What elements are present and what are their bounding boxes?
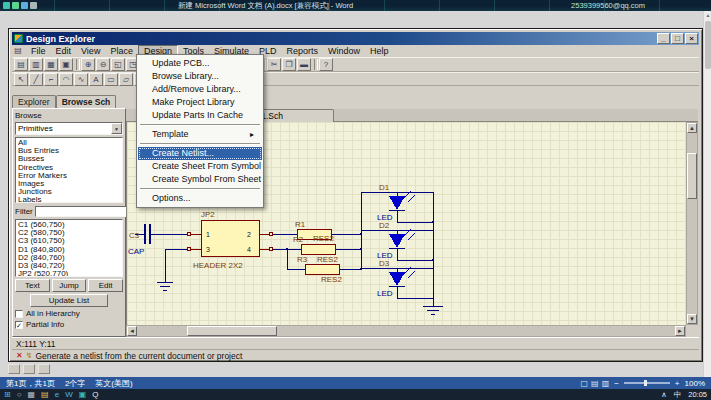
jump-button[interactable]: Jump (52, 279, 87, 292)
primitives-list-item[interactable]: Labels (18, 196, 122, 203)
component-d3[interactable]: D3 LED (377, 259, 415, 298)
menu-place[interactable]: Place (105, 45, 138, 57)
menu-window[interactable]: Window (323, 45, 365, 57)
footer-icon-3[interactable] (38, 364, 50, 374)
zoom-out-icon[interactable]: ⊖ (96, 58, 110, 71)
menu-file[interactable]: File (26, 45, 51, 57)
menu-view[interactable]: View (76, 45, 105, 57)
task-view-button[interactable]: ▦ (28, 390, 36, 400)
menu-edit[interactable]: Edit (51, 45, 77, 57)
scrollbar-thumb[interactable] (687, 153, 697, 199)
page-indicator[interactable]: 第1页，共1页 (6, 378, 55, 389)
select-tool-icon[interactable]: ↖ (14, 73, 28, 86)
menu-item-update-pcb[interactable]: Update PCB... (138, 57, 262, 70)
session-tool-icon-4[interactable] (30, 2, 37, 9)
menu-help[interactable]: Help (365, 45, 394, 57)
zoom-area-icon[interactable]: ◱ (111, 58, 125, 71)
rectangle-tool-icon[interactable]: ▭ (104, 73, 118, 86)
paste-icon[interactable]: ▬ (297, 58, 311, 71)
scroll-up-icon[interactable]: ▲ (704, 11, 711, 19)
new-document-icon[interactable]: ▤ (14, 58, 28, 71)
word-vertical-scrollbar[interactable]: ▲ (703, 11, 711, 377)
image-tool-icon[interactable]: ▣ (79, 390, 87, 400)
arc-tool-icon[interactable]: ◠ (59, 73, 73, 86)
polyline-tool-icon[interactable]: ⌐ (44, 73, 58, 86)
zoom-level[interactable]: 100% (685, 379, 705, 388)
close-button[interactable]: × (685, 33, 698, 44)
line-tool-icon[interactable]: ╱ (29, 73, 43, 86)
checkbox-box[interactable] (15, 310, 23, 318)
checkbox-partial-info[interactable]: Partial Info (15, 320, 123, 329)
qq-icon[interactable]: Q (92, 390, 98, 400)
scroll-right-icon[interactable]: ► (675, 326, 685, 336)
zoom-slider[interactable] (624, 382, 670, 384)
ime-indicator[interactable]: 中 (674, 390, 682, 400)
read-mode-icon[interactable]: ▢ (581, 379, 589, 388)
file-explorer-icon[interactable]: ▤ (41, 390, 49, 400)
canvas-horizontal-scrollbar[interactable]: ◄ ► (126, 325, 686, 337)
tab-explorer[interactable]: Explorer (12, 95, 56, 108)
word-icon[interactable]: W (65, 390, 73, 400)
zoom-out-button[interactable]: − (614, 379, 619, 388)
primitives-list[interactable]: AllBus EntriesBussesDirectivesError Mark… (15, 137, 123, 203)
language-indicator[interactable]: 英文(美国) (95, 378, 132, 389)
scrollbar-thumb[interactable] (705, 21, 711, 69)
search-button[interactable]: ○ (17, 390, 22, 400)
footer-icon-1[interactable] (8, 364, 20, 374)
scroll-up-icon[interactable]: ▲ (687, 123, 697, 133)
text-tool-icon[interactable]: A (89, 73, 103, 86)
minimize-button[interactable]: _ (657, 33, 670, 44)
cut-icon[interactable]: ✂ (267, 58, 281, 71)
session-tool-icon-2[interactable] (12, 2, 19, 9)
menu-item-make-project-library[interactable]: Make Project Library (138, 96, 262, 109)
edit-button[interactable]: Edit (88, 279, 123, 292)
menu-reports[interactable]: Reports (281, 45, 323, 57)
menu-item-create-symbol-from-sheet[interactable]: Create Symbol From Sheet (138, 173, 262, 186)
menu-item-add-remove-library[interactable]: Add/Remove Library... (138, 83, 262, 96)
help-icon[interactable]: ? (319, 58, 333, 71)
maximize-button[interactable]: □ (671, 33, 684, 44)
zoom-in-button[interactable]: + (675, 379, 680, 388)
chevron-down-icon[interactable]: ▼ (111, 123, 122, 134)
open-document-icon[interactable]: ▥ (29, 58, 43, 71)
checkbox-box[interactable] (15, 321, 23, 329)
save-icon[interactable]: ▦ (44, 58, 58, 71)
session-tool-icon-3[interactable] (21, 2, 28, 9)
clock[interactable]: 20:05 (688, 390, 707, 399)
checkbox-all-in-hierarchy[interactable]: All in Hierarchy (15, 309, 123, 318)
session-tool-icon-1[interactable] (3, 2, 10, 9)
tab-browse-sch[interactable]: Browse Sch (56, 95, 117, 108)
print-layout-icon[interactable]: ▤ (591, 379, 599, 388)
text-button[interactable]: Text (15, 279, 50, 292)
ground-symbol-right[interactable] (423, 306, 443, 314)
components-list[interactable]: C1 (560,750)C2 (580,750)C3 (610,750)D1 (… (15, 219, 123, 277)
title-bar[interactable]: Design Explorer _□× (12, 32, 699, 45)
component-d2[interactable]: D2 LED (377, 221, 415, 260)
component-c3[interactable]: C3 CAP (128, 224, 150, 256)
menu-item-options[interactable]: Options... (138, 192, 262, 205)
tray-chevron[interactable]: ∧ (661, 390, 667, 399)
components-list-item[interactable]: JP2 (520,770) (18, 270, 122, 277)
start-button[interactable]: ⊞ (4, 390, 11, 400)
menu-item-update-parts-in-cache[interactable]: Update Parts In Cache (138, 109, 262, 122)
web-layout-icon[interactable]: ▥ (602, 379, 610, 388)
ground-symbol-left[interactable] (157, 282, 173, 290)
zoom-in-icon[interactable]: ⊕ (81, 58, 95, 71)
browser-icon[interactable]: e (55, 390, 59, 400)
component-jp2[interactable]: 1 2 3 4 JP2 HEADER 2X2 (187, 210, 273, 270)
canvas-vertical-scrollbar[interactable]: ▲ ▼ (686, 122, 698, 325)
scrollbar-thumb[interactable] (187, 326, 277, 336)
scroll-down-icon[interactable]: ▼ (687, 314, 697, 324)
menu-item-create-netlist[interactable]: Create Netlist... (138, 147, 262, 160)
copy-icon[interactable]: ❐ (282, 58, 296, 71)
menu-item-create-sheet-from-symbol[interactable]: Create Sheet From Symbol (138, 160, 262, 173)
word-count[interactable]: 2个字 (65, 378, 85, 389)
update-list-button[interactable]: Update List (30, 294, 108, 307)
browse-category-select[interactable]: Primitives ▼ (15, 122, 123, 135)
footer-icon-2[interactable] (23, 364, 35, 374)
print-icon[interactable]: ▣ (59, 58, 73, 71)
menu-item-template[interactable]: Template ▸ (138, 128, 262, 141)
component-d1[interactable]: D1 LED (377, 183, 415, 222)
scroll-left-icon[interactable]: ◄ (127, 326, 137, 336)
menu-item-browse-library[interactable]: Browse Library... (138, 70, 262, 83)
